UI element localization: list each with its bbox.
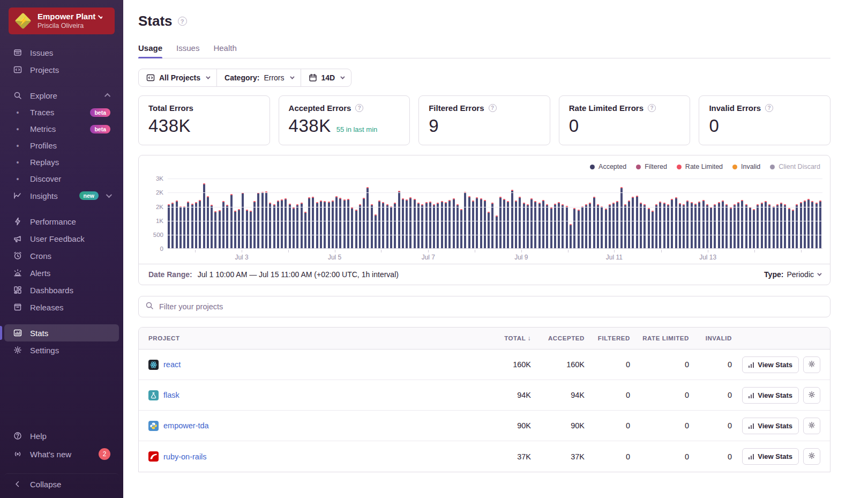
chart-bar[interactable]	[609, 204, 611, 248]
chart-bar[interactable]	[359, 204, 361, 248]
chart-bar[interactable]	[776, 204, 779, 248]
chart-bar[interactable]	[394, 203, 396, 248]
chart-bar[interactable]	[632, 197, 634, 248]
sidebar-item-user-feedback[interactable]: User Feedback	[4, 230, 119, 247]
chart-bar[interactable]	[566, 206, 568, 249]
chart-bar[interactable]	[398, 191, 400, 248]
chart-bar[interactable]	[640, 203, 642, 248]
sidebar-item-releases[interactable]: Releases	[4, 299, 119, 316]
column-header-filtered[interactable]: FILTERED	[585, 335, 630, 341]
chart-bar[interactable]	[718, 202, 720, 248]
chart-bar[interactable]	[815, 203, 818, 248]
chart-bar[interactable]	[171, 203, 174, 248]
chart-bar[interactable]	[706, 204, 708, 248]
sidebar-item-issues[interactable]: Issues	[4, 44, 119, 61]
chart-bar[interactable]	[285, 198, 287, 248]
help-icon[interactable]: ?	[648, 104, 656, 112]
chart-bar[interactable]	[417, 203, 420, 248]
chart-bar[interactable]	[636, 196, 638, 248]
chart-bar[interactable]	[253, 201, 256, 248]
chart-bar[interactable]	[749, 207, 751, 248]
chart-bar[interactable]	[371, 204, 373, 248]
chart-bar[interactable]	[737, 202, 739, 248]
chart-bar[interactable]	[488, 212, 490, 248]
sidebar-item-profiles[interactable]: •Profiles	[4, 137, 119, 154]
chart-bar[interactable]	[207, 196, 209, 248]
chart-bar[interactable]	[179, 206, 182, 248]
chart-bar[interactable]	[351, 207, 353, 248]
chart-bar[interactable]	[780, 203, 782, 248]
chart-bar[interactable]	[694, 204, 697, 248]
chart-bar[interactable]	[425, 202, 428, 248]
chart-bar[interactable]	[534, 201, 536, 248]
legend-item-accepted[interactable]: Accepted	[590, 163, 626, 170]
chart-bar[interactable]	[335, 196, 338, 248]
chart-bar[interactable]	[819, 200, 821, 248]
chart-bar[interactable]	[421, 204, 423, 248]
chart-bar[interactable]	[811, 201, 813, 248]
column-header-accepted[interactable]: ACCEPTED	[531, 335, 585, 341]
chart-bar[interactable]	[663, 203, 665, 248]
chart-bar[interactable]	[324, 201, 326, 248]
chart-bar[interactable]	[355, 210, 357, 248]
chart-bar[interactable]	[800, 202, 802, 248]
sidebar-item-what-s-new[interactable]: What's new2	[4, 444, 119, 464]
sidebar-item-performance[interactable]: Performance	[4, 213, 119, 230]
chart-bar[interactable]	[460, 209, 462, 248]
chart-type-select[interactable]: Type: Periodic	[764, 270, 820, 279]
chart-bar[interactable]	[453, 198, 455, 248]
chart-bar[interactable]	[745, 204, 747, 248]
chart-bar[interactable]	[589, 203, 591, 248]
chart-bar[interactable]	[250, 211, 252, 248]
column-header-rate-limited[interactable]: RATE LIMITED	[630, 335, 689, 341]
chart-bar[interactable]	[277, 200, 279, 248]
chart-bar[interactable]	[768, 204, 770, 248]
sidebar-item-traces[interactable]: •Tracesbeta	[4, 104, 119, 121]
chart-bar[interactable]	[628, 200, 630, 248]
sidebar-item-projects[interactable]: Projects	[4, 61, 119, 78]
chart-bar[interactable]	[788, 208, 790, 248]
chart-bar[interactable]	[183, 206, 185, 248]
chart-bar[interactable]	[222, 201, 225, 248]
chart-bar[interactable]	[554, 204, 556, 248]
chart-bar[interactable]	[238, 209, 240, 248]
help-icon[interactable]: ?	[765, 104, 773, 112]
chart-bar[interactable]	[796, 204, 798, 248]
chart-bar[interactable]	[246, 210, 248, 248]
chart-bar[interactable]	[441, 201, 443, 248]
chart-bar[interactable]	[211, 205, 213, 248]
sidebar-item-replays[interactable]: •Replays	[4, 154, 119, 170]
org-switcher[interactable]: ⚡ Empower Plant Priscila Oliveira	[9, 8, 115, 34]
chart-bar[interactable]	[433, 204, 435, 248]
chart-bar[interactable]	[176, 200, 178, 248]
chart-bar[interactable]	[593, 197, 595, 248]
project-link[interactable]: react	[163, 360, 181, 369]
chart-bar[interactable]	[296, 204, 298, 248]
chart-bar[interactable]	[573, 208, 575, 248]
chart-bar[interactable]	[804, 200, 806, 248]
chart-bar[interactable]	[686, 200, 689, 248]
chart-bar[interactable]	[429, 202, 431, 248]
sidebar-item-insights[interactable]: Insightsnew	[4, 187, 119, 204]
chart-bar[interactable]	[445, 202, 447, 248]
chart-bar[interactable]	[468, 196, 470, 248]
chart-bar[interactable]	[734, 204, 736, 248]
chart-bar[interactable]	[515, 200, 517, 248]
chart-bar[interactable]	[366, 187, 369, 248]
chart-bar[interactable]	[562, 204, 564, 248]
chart-bar[interactable]	[328, 202, 330, 248]
category-filter[interactable]: Category: Errors	[216, 69, 300, 86]
column-header-invalid[interactable]: INVALID	[689, 335, 732, 341]
column-header-project[interactable]: PROJECT	[148, 335, 475, 341]
chart-bar[interactable]	[519, 197, 521, 248]
chart-bar[interactable]	[605, 209, 607, 248]
chart-bar[interactable]	[730, 207, 732, 248]
chart-bar[interactable]	[378, 200, 380, 248]
chart-bar[interactable]	[761, 203, 763, 248]
chart-bar[interactable]	[195, 202, 197, 248]
chart-bar[interactable]	[234, 211, 236, 248]
sidebar-item-crons[interactable]: Crons	[4, 247, 119, 264]
legend-item-client-discard[interactable]: Client Discard	[770, 163, 820, 170]
chart-bar[interactable]	[722, 200, 724, 248]
chart-bar[interactable]	[558, 202, 560, 248]
